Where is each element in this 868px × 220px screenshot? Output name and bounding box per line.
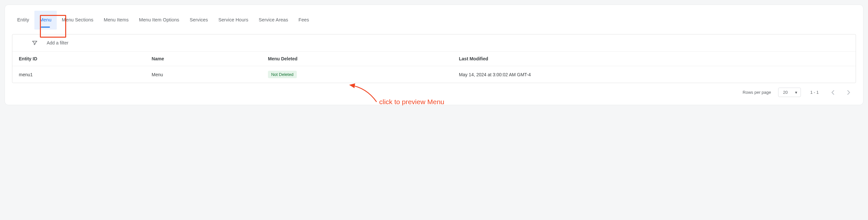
caret-down-icon: ▼ [794, 91, 798, 94]
cell-entity-id: menu1 [19, 72, 152, 77]
tab-menu[interactable]: Menu [34, 11, 57, 30]
tab-menu-sections[interactable]: Menu Sections [57, 11, 99, 30]
col-header-name[interactable]: Name [152, 56, 268, 61]
chevron-right-icon [847, 90, 850, 95]
cell-last-modified: May 14, 2024 at 3:00:02 AM GMT-4 [459, 72, 849, 77]
data-table: Add a filter Entity ID Name Menu Deleted… [12, 34, 856, 83]
content-card: EntityMenuMenu SectionsMenu ItemsMenu It… [4, 4, 864, 105]
tab-services[interactable]: Services [185, 11, 213, 30]
cell-menu-deleted: Not Deleted [268, 71, 459, 78]
tab-menu-items[interactable]: Menu Items [99, 11, 134, 30]
col-header-entity-id[interactable]: Entity ID [19, 56, 152, 61]
annotation-text: click to preview Menu [379, 98, 444, 106]
rows-per-page-select[interactable]: 20 ▼ [778, 88, 801, 97]
chevron-left-icon [831, 90, 834, 95]
next-page-button[interactable] [844, 88, 854, 97]
filter-icon [32, 40, 38, 46]
rows-per-page-value: 20 [783, 90, 787, 95]
status-badge: Not Deleted [268, 71, 297, 78]
table-header-row: Entity ID Name Menu Deleted Last Modifie… [12, 52, 856, 66]
rows-per-page-label: Rows per page [743, 90, 771, 95]
tabs-bar: EntityMenuMenu SectionsMenu ItemsMenu It… [12, 11, 856, 30]
tab-entity[interactable]: Entity [12, 11, 34, 30]
page-range: 1 - 1 [808, 90, 821, 95]
cell-name: Menu [152, 72, 268, 77]
table-row[interactable]: menu1MenuNot DeletedMay 14, 2024 at 3:00… [12, 66, 856, 83]
tab-service-areas[interactable]: Service Areas [253, 11, 293, 30]
filter-bar[interactable]: Add a filter [12, 34, 856, 52]
tab-menu-item-options[interactable]: Menu Item Options [134, 11, 185, 30]
col-header-last-modified[interactable]: Last Modified [459, 56, 849, 61]
prev-page-button[interactable] [828, 88, 837, 97]
tab-fees[interactable]: Fees [293, 11, 314, 30]
col-header-menu-deleted[interactable]: Menu Deleted [268, 56, 459, 61]
filter-placeholder: Add a filter [47, 40, 68, 45]
tab-service-hours[interactable]: Service Hours [213, 11, 253, 30]
pagination-bar: Rows per page 20 ▼ 1 - 1 [12, 83, 856, 97]
